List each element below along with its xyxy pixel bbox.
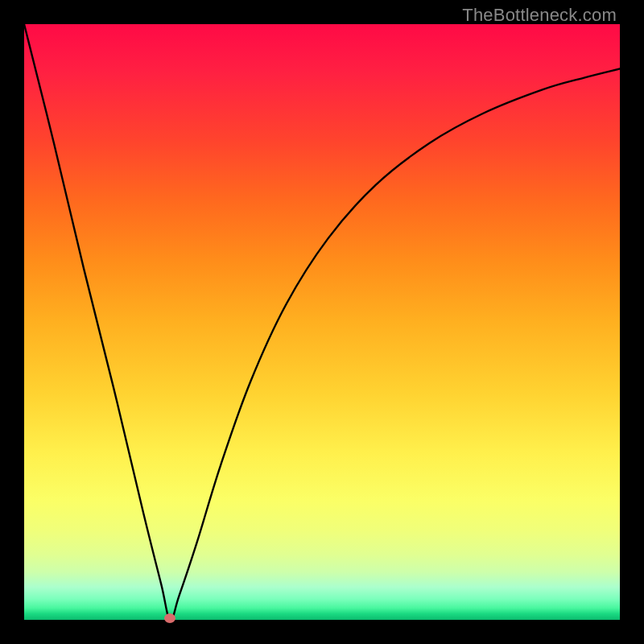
- bottleneck-curve: [24, 24, 620, 620]
- curve-svg: [24, 24, 620, 620]
- minimum-marker: [164, 613, 175, 623]
- watermark-text: TheBottleneck.com: [462, 5, 617, 26]
- chart-frame: TheBottleneck.com: [0, 0, 644, 644]
- plot-area: [24, 24, 620, 620]
